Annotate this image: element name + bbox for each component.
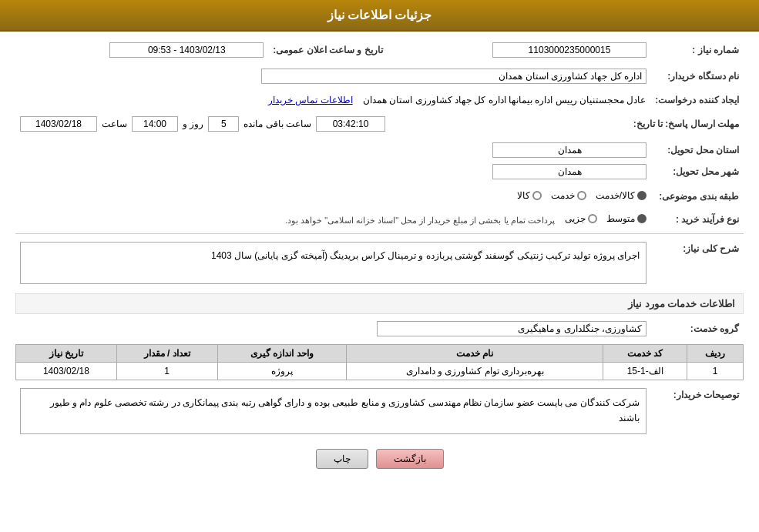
shomara-niaz-value: 1103000235000015	[398, 39, 651, 61]
ostan-label: استان محل تحویل:	[651, 139, 744, 161]
roz-box: 5	[208, 116, 239, 132]
noe-jozii-label: جزیی	[565, 213, 586, 224]
nam-dastgah-box: اداره کل جهاد کشاورزی استان همدان	[261, 69, 646, 84]
goroh-label: گروه خدمت:	[651, 318, 744, 340]
cell-tarikh: 1403/02/18	[16, 363, 117, 380]
table-row: 1الف-1-15بهره‌برداری توام کشاورزی و دامد…	[16, 363, 744, 380]
baqi-label: ساعت باقی مانده	[243, 119, 311, 129]
noe-motavaset: متوسط	[606, 213, 646, 224]
content-area: شماره نیاز : 1103000235000015 تاریخ و سا…	[0, 32, 759, 488]
ostan-value: همدان	[46, 139, 651, 161]
col-radif: ردیف	[687, 345, 744, 363]
radio-jozii-dot	[588, 214, 597, 223]
tarikh-elan-box: 1403/02/13 - 09:53	[109, 42, 264, 58]
nam-dastgah-label: نام دستگاه خریدار:	[651, 65, 744, 87]
khadamat-section-header: اطلاعات خدمات مورد نیاز	[15, 293, 744, 314]
info-row-3: ایجاد کننده درخواست: عادل محجستنیان رییس…	[15, 92, 744, 109]
divider-1	[15, 233, 744, 234]
info-row-4: مهلت ارسال پاسخ: تا تاریخ: 03:42:10 ساعت…	[15, 113, 744, 135]
col-tedad: تعداد / مقدار	[116, 345, 217, 363]
col-kod: کد خدمت	[603, 345, 687, 363]
page-wrapper: جزئیات اطلاعات نیاز شماره نیاز : 1103000…	[0, 0, 759, 532]
tosiyat-row: توصیحات خریدار: شرکت کنندگان می بایست عض…	[15, 385, 744, 437]
page-title: جزئیات اطلاعات نیاز	[327, 8, 432, 22]
info-row-2: نام دستگاه خریدار: اداره کل جهاد کشاورزی…	[15, 65, 744, 87]
radio-kala-dot	[532, 191, 542, 200]
back-button[interactable]: بازگشت	[376, 449, 444, 469]
noe-motavaset-label: متوسط	[606, 213, 635, 224]
info-row-6: طبقه بندی موضوعی: کالا/خدمت خدمت	[15, 187, 744, 206]
saat-label: ساعت	[102, 119, 127, 129]
ijad-value: عادل محجستنیان رییس اداره بیمانها اداره …	[15, 92, 650, 109]
shomara-niaz-box: 1103000235000015	[492, 42, 646, 58]
noe-note: پرداخت تمام یا بخشی از مبلغ خریدار از مح…	[285, 216, 555, 225]
info-row-5: استان محل تحویل: همدان شهر محل تحویل: هم…	[15, 139, 744, 182]
info-row-7: نوع فرآیند خرید : متوسط جزیی پرداخت	[15, 210, 744, 229]
saat-box: 14:00	[132, 116, 178, 132]
ostan-box: همدان	[492, 142, 646, 158]
radio-motavaset-dot	[637, 214, 646, 223]
sharh-box: اجرای پروژه تولید ترکیب ژنتیکی گوسفند گو…	[20, 242, 646, 284]
ijad-label: ایجاد کننده درخواست:	[650, 92, 744, 109]
info-row-1: شماره نیاز : 1103000235000015 تاریخ و سا…	[15, 39, 744, 61]
tarikh-elan-label: تاریخ و ساعت اعلان عمومی:	[268, 39, 398, 61]
noe-label: نوع فرآیند خرید :	[651, 210, 744, 229]
cell-tedad: 1	[116, 363, 217, 380]
roz-label: روز و	[183, 119, 203, 129]
baqi-box: 03:42:10	[316, 116, 385, 132]
tosiyat-box: شرکت کنندگان می بایست عضو سازمان نظام مه…	[20, 388, 646, 434]
tabaqe-kala: کالا	[517, 190, 542, 201]
tabaqe-khedmat-label: خدمت	[551, 190, 575, 201]
cell-radif: 1	[687, 363, 744, 380]
cell-vahed: پروژه	[217, 363, 346, 380]
goroh-row: گروه خدمت: کشاورزی، جنگلداری و ماهیگیری	[15, 318, 744, 340]
goroh-value: کشاورزی، جنگلداری و ماهیگیری	[15, 318, 651, 340]
mohlat-label: مهلت ارسال پاسخ: تا تاریخ:	[629, 113, 744, 135]
radio-kala-khidmat-dot	[637, 191, 646, 200]
tarikh-elan-value: 1403/02/13 - 09:53	[15, 39, 268, 61]
tabaqe-kala-label: کالا	[517, 190, 530, 201]
page-header: جزئیات اطلاعات نیاز	[0, 0, 759, 32]
nam-dastgah-value: اداره کل جهاد کشاورزی استان همدان	[15, 65, 651, 87]
shomara-niaz-label: شماره نیاز :	[651, 39, 744, 61]
col-vahed: واحد اندازه گیری	[217, 345, 346, 363]
shahr-box: همدان	[492, 164, 646, 179]
sharh-row: شرح کلی نیاز: اجرای پروژه تولید ترکیب ژن…	[15, 239, 744, 287]
tosiyat-label: توصیحات خریدار:	[651, 385, 744, 437]
cell-nam: بهره‌برداری توام کشاورزی و دامداری	[347, 363, 603, 380]
noe-options: متوسط جزیی پرداخت تمام یا بخشی از مبلغ خ…	[15, 210, 651, 229]
sharh-label: شرح کلی نیاز:	[651, 239, 744, 287]
ettelaat-link[interactable]: اطلاعات تماس خریدار	[268, 95, 353, 105]
print-button[interactable]: چاپ	[316, 449, 368, 469]
tosiyat-value-cell: شرکت کنندگان می بایست عضو سازمان نظام مه…	[15, 385, 651, 437]
radio-khedmat-dot	[577, 191, 586, 200]
sharh-value-cell: اجرای پروژه تولید ترکیب ژنتیکی گوسفند گو…	[15, 239, 651, 287]
tabaqe-kala-khidmat-label: کالا/خدمت	[596, 190, 635, 201]
buttons-row: بازگشت چاپ	[15, 449, 744, 469]
ijad-text: عادل محجستنیان رییس اداره بیمانها اداره …	[363, 95, 646, 105]
col-nam: نام خدمت	[347, 345, 603, 363]
tabaqe-khedmat: خدمت	[551, 190, 586, 201]
noe-jozii: جزیی	[565, 213, 597, 224]
services-table: ردیف کد خدمت نام خدمت واحد اندازه گیری ت…	[15, 344, 744, 380]
col-tarikh: تاریخ نیاز	[16, 345, 117, 363]
cell-kod: الف-1-15	[603, 363, 687, 380]
tabaqe-label: طبقه بندی موضوعی:	[651, 187, 744, 206]
date-main-box: 1403/02/18	[20, 116, 97, 132]
tabaqe-options: کالا/خدمت خدمت کالا	[15, 187, 651, 206]
goroh-box: کشاورزی، جنگلداری و ماهیگیری	[377, 321, 646, 336]
tabaqe-kala-khidmat: کالا/خدمت	[596, 190, 646, 201]
shahr-label: شهر محل تحویل:	[651, 161, 744, 182]
shahr-value: همدان	[46, 161, 651, 182]
mohlat-value: 03:42:10 ساعت باقی مانده 5 روز و 14:00 س…	[15, 113, 629, 135]
